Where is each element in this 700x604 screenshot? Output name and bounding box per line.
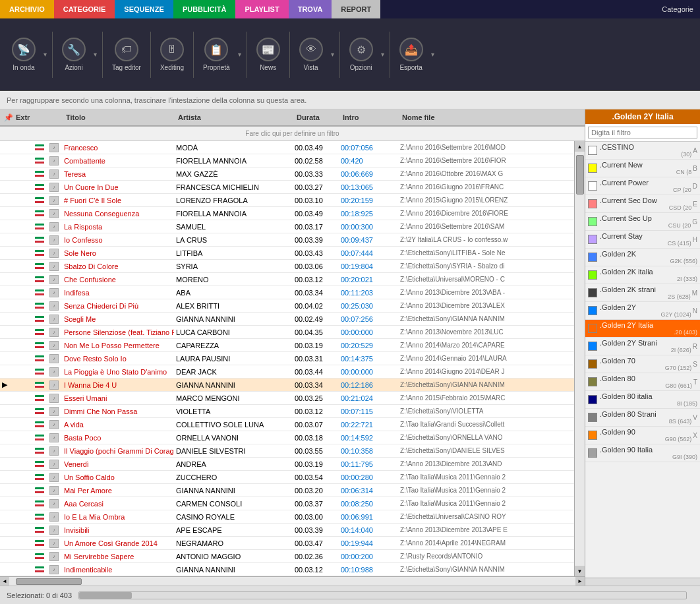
col-nomefile[interactable]: Nome file xyxy=(399,113,583,121)
table-row[interactable]: ♪ Aaa Cercasi CARMEN CONSOLI 00.03.37 00… xyxy=(0,497,574,510)
arrow-3: ▾ xyxy=(238,51,241,58)
sidebar-item[interactable]: .Golden 90 G90 (562) X xyxy=(585,427,700,444)
h-scroll-thumb[interactable] xyxy=(16,578,82,585)
scroll-up-btn[interactable]: ▲ xyxy=(575,141,585,152)
cell-titolo-23: Il Viaggio (pochi Grammi Di Corag... xyxy=(62,447,174,455)
img-thumb: ♪ xyxy=(49,315,59,324)
cell-flag-22 xyxy=(33,435,47,441)
col-durata[interactable]: Durata xyxy=(294,113,340,121)
table-row[interactable]: ♪ Dove Resto Solo Io LAURA PAUSINI 00.03… xyxy=(0,352,574,365)
table-row[interactable]: ♪ Indifesa ABA 00.03.34 00:11:203 Z:\Ann… xyxy=(0,286,574,299)
table-row[interactable]: ♪ Indimenticabile GIANNA NANNINI 00.03.1… xyxy=(0,563,574,576)
nav-pubblicita[interactable]: PUBBLICITÀ xyxy=(173,0,236,18)
table-row[interactable]: ♪ Non Me Lo Posso Permettere CAPAREZZA 0… xyxy=(0,339,574,352)
sidebar-item[interactable]: .Golden 80 Strani 8S (643) V xyxy=(585,409,700,427)
col-pin[interactable]: 📌 xyxy=(1,113,13,122)
table-row[interactable]: ♪ Sole Nero LITFIBA 00.03.43 00:07:444 Z… xyxy=(0,247,574,260)
cell-pin-18: ▶ xyxy=(0,380,12,389)
sidebar-item[interactable]: .Current Power CP (20 D xyxy=(585,177,700,195)
toolbar-tag-editor[interactable]: 🏷 Tag editor xyxy=(107,35,146,74)
img-thumb: ♪ xyxy=(49,235,59,245)
table-row[interactable]: ♪ Persone Silenziose (feat. Tiziano Fer.… xyxy=(0,326,574,339)
toolbar-azioni[interactable]: 🔧 Azioni xyxy=(57,35,91,74)
h-scroll-right-btn[interactable]: ► xyxy=(575,577,585,586)
col-artista[interactable]: Artista xyxy=(175,113,294,121)
opzioni-icon: ⚙ xyxy=(349,38,373,61)
col-extr[interactable]: Extr xyxy=(13,113,34,121)
table-row[interactable]: ♪ # Fuori C'è Il Sole LORENZO FRAGOLA 00… xyxy=(0,194,574,207)
table-row[interactable]: ♪ A vida COLLETTIVO SOLE LUNA 00.03.07 0… xyxy=(0,418,574,431)
table-row[interactable]: ♪ Basta Poco ORNELLA VANONI 00.03.18 00:… xyxy=(0,431,574,444)
sidebar-item[interactable]: .Golden 2Y G2Y (1024) N xyxy=(585,302,700,320)
toolbar-news[interactable]: 📰 News xyxy=(251,35,285,74)
sidebar-item[interactable]: .Current Sec Up CSU (20 G xyxy=(585,213,700,231)
h-scroll-left-btn[interactable]: ◄ xyxy=(0,577,9,586)
table-row[interactable]: ♪ Un Cuore In Due FRANCESCA MICHIELIN 00… xyxy=(0,181,574,194)
nav-sequenze[interactable]: SEQUENZE xyxy=(115,0,173,18)
toolbar-opzioni[interactable]: ⚙ Opzioni xyxy=(344,35,378,74)
table-row[interactable]: ♪ Che Confusione MORENO 00.03.12 00:20:0… xyxy=(0,273,574,286)
horizontal-scrollbar[interactable]: ◄ ► xyxy=(0,576,585,586)
col-intro[interactable]: Intro xyxy=(340,113,399,121)
table-row[interactable]: ♪ Dimmi Che Non Passa VIOLETTA 00.03.12 … xyxy=(0,405,574,418)
sidebar-scrollbar[interactable] xyxy=(585,578,700,586)
vertical-scrollbar[interactable]: ▲ ▼ xyxy=(574,141,585,576)
table-row[interactable]: ♪ Io E La Mia Ombra CASINO ROYALE 00.03.… xyxy=(0,510,574,524)
nav-archivio[interactable]: ARCHIVIO xyxy=(0,0,54,18)
table-row[interactable]: ♪ Sbalzo Di Colore SYRIA 00.03.06 00:19:… xyxy=(0,260,574,273)
toolbar-xediting[interactable]: 🎚 Xediting xyxy=(155,35,189,74)
table-row[interactable]: ♪ Mai Per Amore GIANNA NANNINI 00.03.20 … xyxy=(0,484,574,497)
table-row[interactable]: ♪ Combattente FIORELLA MANNOIA 00.02.58 … xyxy=(0,154,574,167)
nav-report[interactable]: REPORT xyxy=(332,0,380,18)
status-hscroll-thumb[interactable] xyxy=(79,592,132,599)
sidebar-item[interactable]: .Golden 80 italia 8I (185) xyxy=(585,391,700,409)
table-row[interactable]: ♪ Invisibili APE ESCAPE 00.03.39 00:14:0… xyxy=(0,524,574,537)
sidebar-filter-input[interactable] xyxy=(588,127,697,138)
sidebar-item[interactable]: .Current Sec Dow CSD (20 E xyxy=(585,195,700,213)
table-row[interactable]: ♪ La Pioggia è Uno Stato D'animo DEAR JA… xyxy=(0,365,574,378)
cell-intro-6: 00:00:300 xyxy=(339,223,398,231)
sidebar-item[interactable]: .Golden 2K G2K (556) xyxy=(585,249,700,266)
table-row[interactable]: ▶ ♪ I Wanna Die 4 U GIANNA NANNINI 00.03… xyxy=(0,378,574,392)
sidebar-scroll[interactable]: .CESTINO (30) A .Current New CN (8 B .Cu… xyxy=(585,142,700,578)
table-row[interactable]: ♪ Mi Servirebbe Sapere ANTONIO MAGGIO 00… xyxy=(0,550,574,563)
sidebar-item[interactable]: .CESTINO (30) A xyxy=(585,142,700,160)
sidebar-item[interactable]: .Golden 2Y Italia .20 (403) xyxy=(585,320,700,338)
table-row[interactable]: ♪ Scegli Me GIANNA NANNINI 00.02.49 00:0… xyxy=(0,313,574,326)
nav-playlist[interactable]: PLAYLIST xyxy=(235,0,288,18)
table-row[interactable]: ♪ Nessuna Conseguenza FIORELLA MANNOIA 0… xyxy=(0,207,574,220)
sidebar-item-color-17 xyxy=(588,448,597,458)
cell-intro-3: 00:13:065 xyxy=(339,183,398,191)
table-row[interactable]: ♪ Un Soffio Caldo ZUCCHERO 00.03.54 00:0… xyxy=(0,471,574,484)
toolbar-proprieta[interactable]: 📋 Proprietà xyxy=(198,35,235,74)
sidebar-item[interactable]: .Golden 70 G70 (152) S xyxy=(585,355,700,373)
table-row[interactable]: ♪ Francesco MODÀ 00.03.49 00:07:056 Z:\A… xyxy=(0,141,574,154)
sidebar-item[interactable]: .Golden 80 G80 (661) T xyxy=(585,373,700,391)
nav-categorie[interactable]: CATEGORIE xyxy=(54,0,115,18)
sidebar-item[interactable]: .Current New CN (8 B xyxy=(585,160,700,177)
status-hscroll[interactable] xyxy=(78,591,687,599)
table-row[interactable]: ♪ Venerdì ANDREA 00.03.19 00:11:795 Z:\A… xyxy=(0,458,574,471)
nav-trova[interactable]: TROVA xyxy=(289,0,332,18)
table-row[interactable]: ♪ Il Viaggio (pochi Grammi Di Corag... D… xyxy=(0,444,574,458)
toolbar-vista[interactable]: 👁 Vista xyxy=(294,35,328,74)
table-row[interactable]: ♪ Senza Chiederci Di Più ALEX BRITTI 00.… xyxy=(0,299,574,313)
table-row[interactable]: ♪ Un Amore Così Grande 2014 NEGRAMARO 00… xyxy=(0,537,574,550)
sidebar-item[interactable]: .Golden 90 Italia G9I (390) xyxy=(585,444,700,462)
table-row[interactable]: ♪ Esseri Umani MARCO MENGONI 00.03.25 00… xyxy=(0,392,574,405)
col-titolo[interactable]: Titolo xyxy=(63,113,175,121)
sidebar-item[interactable]: .Golden 2Y Strani 2I (626) R xyxy=(585,338,700,355)
table-row[interactable]: ♪ Io Confesso LA CRUS 00.03.39 00:09:437… xyxy=(0,233,574,247)
sidebar-item[interactable]: .Current Stay CS (415) H xyxy=(585,231,700,249)
table-row[interactable]: ♪ Teresa MAX GAZZÈ 00.03.33 00:06:669 Z:… xyxy=(0,167,574,181)
toolbar-esporta[interactable]: 📤 Esporta xyxy=(394,35,428,74)
filter-define-row[interactable]: Fare clic qui per definire un filtro xyxy=(0,127,585,141)
table-row[interactable]: ♪ La Risposta SAMUEL 00.03.17 00:00:300 … xyxy=(0,220,574,233)
scroll-thumb[interactable] xyxy=(576,155,584,195)
toolbar-in-onda[interactable]: 📡 In onda xyxy=(7,35,41,74)
table-scroll[interactable]: ♪ Francesco MODÀ 00.03.49 00:07:056 Z:\A… xyxy=(0,141,574,576)
sidebar-item[interactable]: .Golden 2K italia 2I (333) xyxy=(585,266,700,284)
scroll-down-btn[interactable]: ▼ xyxy=(575,566,585,576)
img-thumb: ♪ xyxy=(49,539,59,548)
sidebar-item[interactable]: .Golden 2K strani 2S (628) M xyxy=(585,284,700,302)
